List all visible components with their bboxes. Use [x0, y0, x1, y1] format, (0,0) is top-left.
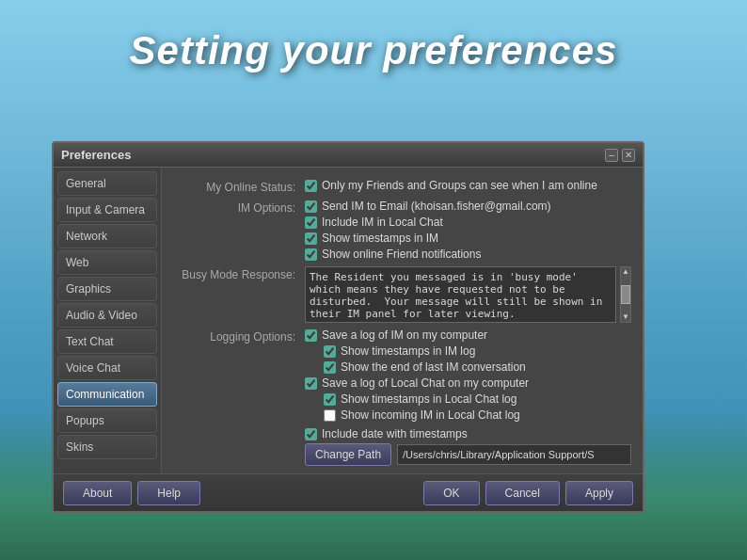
- main-panel: My Online Status: Only my Friends and Gr…: [162, 168, 643, 473]
- path-input[interactable]: [397, 444, 631, 465]
- include-date-content: Include date with timestamps Change Path: [305, 427, 631, 466]
- sidebar-item-general[interactable]: General: [57, 171, 157, 196]
- include-date-text: Include date with timestamps: [322, 427, 468, 440]
- log-option-2-checkbox[interactable]: [324, 361, 336, 374]
- include-date-section: Include date with timestamps Change Path: [173, 427, 631, 466]
- scrollbar-thumb[interactable]: [621, 285, 630, 304]
- titlebar: Preferences – ✕: [54, 143, 643, 168]
- online-status-label: My Online Status:: [173, 179, 305, 194]
- sidebar-item-network[interactable]: Network: [57, 224, 157, 248]
- log-option-2-text: Show the end of last IM conversation: [341, 360, 526, 374]
- cancel-button[interactable]: Cancel: [485, 481, 560, 505]
- log-option-4-checkbox[interactable]: [324, 393, 336, 406]
- log-option-2: Show the end of last IM conversation: [324, 360, 631, 374]
- help-button[interactable]: Help: [137, 481, 200, 505]
- log-option-0: Save a log of IM on my computer: [305, 328, 631, 342]
- online-status-option: Only my Friends and Groups can see when …: [305, 179, 631, 192]
- scrollbar-down-arrow[interactable]: ▼: [622, 312, 629, 322]
- bottom-right-buttons: OK Cancel Apply: [423, 481, 633, 505]
- im-option-0-checkbox[interactable]: [305, 200, 317, 213]
- im-option-2: Show timestamps in IM: [305, 232, 631, 245]
- change-path-button[interactable]: Change Path: [305, 443, 391, 466]
- busy-mode-scrollbar[interactable]: ▲ ▼: [620, 266, 631, 323]
- logging-section: Logging Options: Save a log of IM on my …: [173, 328, 631, 422]
- im-option-3: Show online Friend notifications: [305, 248, 631, 261]
- sidebar-item-text-chat[interactable]: Text Chat: [57, 329, 157, 354]
- im-option-3-checkbox[interactable]: [305, 248, 317, 261]
- log-option-3-checkbox[interactable]: [305, 377, 317, 390]
- online-status-section: My Online Status: Only my Friends and Gr…: [173, 179, 631, 194]
- scrollbar-up-arrow[interactable]: ▲: [622, 267, 629, 277]
- log-option-3: Save a log of Local Chat on my computer: [305, 376, 631, 390]
- log-option-5: Show incoming IM in Local Chat log: [324, 408, 631, 422]
- busy-mode-container: The Resident you messaged is in 'busy mo…: [305, 266, 631, 323]
- titlebar-title: Preferences: [61, 148, 131, 162]
- sidebar-item-input-camera[interactable]: Input & Camera: [57, 198, 157, 222]
- log-option-5-checkbox[interactable]: [324, 409, 336, 422]
- log-option-1-checkbox[interactable]: [324, 345, 336, 358]
- im-option-2-checkbox[interactable]: [305, 232, 317, 245]
- apply-button[interactable]: Apply: [565, 481, 633, 505]
- busy-mode-section: Busy Mode Response: The Resident you mes…: [173, 266, 631, 323]
- log-option-1: Show timestamps in IM log: [324, 344, 631, 358]
- include-date-checkbox[interactable]: [305, 428, 317, 440]
- im-options-label: IM Options:: [173, 200, 305, 215]
- im-options-section: IM Options: Send IM to Email (khoisan.fi…: [173, 200, 631, 261]
- online-status-text: Only my Friends and Groups can see when …: [322, 179, 597, 192]
- sidebar-item-web[interactable]: Web: [57, 250, 157, 275]
- include-date-label: [173, 427, 305, 429]
- page-title: Setting your preferences: [0, 28, 747, 73]
- logging-content: Save a log of IM on my computer Show tim…: [305, 328, 631, 422]
- im-option-0-text: Send IM to Email (khoisan.fisher@gmail.c…: [322, 200, 551, 213]
- titlebar-buttons: – ✕: [605, 149, 635, 162]
- busy-mode-textarea[interactable]: The Resident you messaged is in 'busy mo…: [305, 266, 616, 323]
- sidebar: General Input & Camera Network Web Graph…: [54, 168, 162, 473]
- im-option-1-text: Include IM in Local Chat: [322, 216, 443, 229]
- path-row: Change Path: [305, 443, 631, 466]
- close-button[interactable]: ✕: [622, 149, 635, 162]
- preferences-window: Preferences – ✕ General Input & Camera N…: [52, 141, 644, 513]
- im-option-0: Send IM to Email (khoisan.fisher@gmail.c…: [305, 200, 631, 213]
- log-option-4-text: Show timestamps in Local Chat log: [341, 392, 517, 406]
- log-option-5-text: Show incoming IM in Local Chat log: [341, 408, 520, 422]
- im-options-content: Send IM to Email (khoisan.fisher@gmail.c…: [305, 200, 631, 261]
- online-status-checkbox[interactable]: [305, 180, 317, 192]
- include-date-option: Include date with timestamps: [305, 427, 631, 440]
- logging-label: Logging Options:: [173, 328, 305, 344]
- sidebar-item-popups[interactable]: Popups: [57, 408, 157, 433]
- log-option-1-text: Show timestamps in IM log: [341, 344, 475, 358]
- busy-mode-label: Busy Mode Response:: [173, 266, 305, 281]
- sidebar-item-audio-video[interactable]: Audio & Video: [57, 303, 157, 328]
- sidebar-item-voice-chat[interactable]: Voice Chat: [57, 356, 157, 380]
- log-option-4: Show timestamps in Local Chat log: [324, 392, 631, 406]
- minimize-button[interactable]: –: [605, 149, 618, 162]
- sidebar-item-communication[interactable]: Communication: [57, 382, 157, 407]
- online-status-content: Only my Friends and Groups can see when …: [305, 179, 631, 192]
- pref-content: General Input & Camera Network Web Graph…: [54, 168, 643, 473]
- im-option-3-text: Show online Friend notifications: [322, 248, 481, 261]
- im-option-1: Include IM in Local Chat: [305, 216, 631, 229]
- sidebar-item-graphics[interactable]: Graphics: [57, 277, 157, 301]
- ok-button[interactable]: OK: [423, 481, 479, 505]
- bottom-bar: About Help OK Cancel Apply: [54, 473, 643, 511]
- log-option-3-text: Save a log of Local Chat on my computer: [322, 376, 529, 390]
- im-option-2-text: Show timestamps in IM: [322, 232, 438, 245]
- log-option-0-text: Save a log of IM on my computer: [322, 328, 487, 342]
- bottom-left-buttons: About Help: [63, 481, 200, 505]
- im-option-1-checkbox[interactable]: [305, 216, 317, 229]
- log-option-0-checkbox[interactable]: [305, 329, 317, 342]
- about-button[interactable]: About: [63, 481, 132, 505]
- sidebar-item-skins[interactable]: Skins: [57, 435, 157, 459]
